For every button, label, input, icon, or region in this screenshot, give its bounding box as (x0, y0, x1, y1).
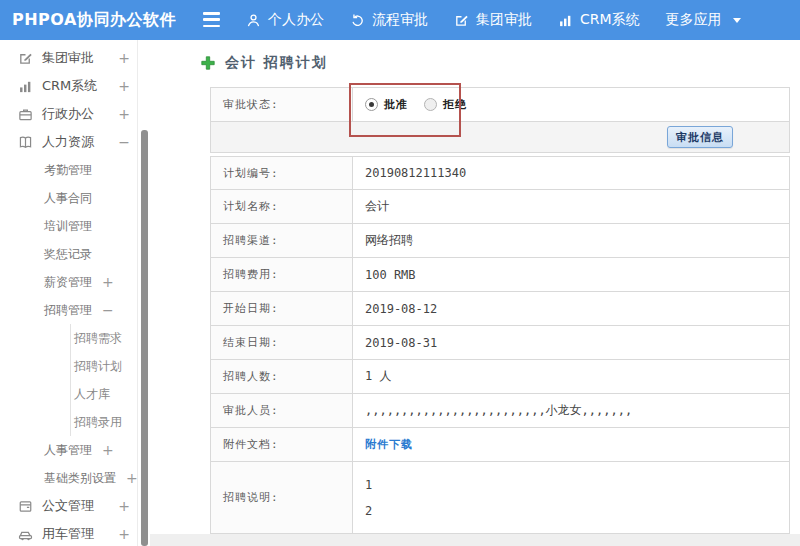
sidebar-item-label: 用车管理 (42, 525, 94, 543)
sidebar-item[interactable]: 考勤管理 (0, 156, 150, 184)
sidebar-item-label: CRM系统 (42, 77, 97, 95)
topnav-item[interactable]: CRM系统 (558, 11, 640, 29)
sidebar-item-label: 奖惩记录 (44, 246, 92, 263)
sidebar-item[interactable]: 人才库 (0, 380, 150, 408)
sidebar-item[interactable]: 用车管理+ (0, 520, 150, 546)
sidebar-item[interactable]: 招聘录用 (0, 408, 150, 436)
field-label: 审批人员: (211, 394, 353, 427)
topbar: PHPOA协同办公软件 个人办公流程审批集团审批CRM系统更多应用 (0, 0, 800, 40)
page-title-row: 会计 招聘计划 (200, 53, 328, 73)
field-value: 12 (353, 462, 789, 533)
edit-square-icon (454, 13, 469, 28)
sidebar-item-label: 行政办公 (42, 105, 94, 123)
description-line: 2 (365, 504, 372, 518)
car-icon (18, 527, 33, 542)
sidebar-item[interactable]: 招聘管理− (0, 296, 150, 324)
topnav-item[interactable]: 个人办公 (246, 11, 324, 29)
plus-icon[interactable]: + (118, 50, 130, 66)
topnav-item-label: 流程审批 (372, 11, 428, 29)
field-label: 招聘费用: (211, 258, 353, 291)
sidebar-item[interactable]: 招聘计划 (0, 352, 150, 380)
menu-toggle-button[interactable] (203, 12, 220, 27)
sidebar-divider (137, 40, 138, 546)
plus-icon[interactable]: + (102, 274, 114, 290)
hamburger-icon (203, 12, 220, 15)
field-row: 招聘费用:100 RMB (210, 258, 790, 292)
sidebar-item-label: 招聘录用 (74, 414, 122, 431)
plus-icon[interactable]: + (118, 78, 130, 94)
sidebar-item[interactable]: 人力资源− (0, 128, 150, 156)
field-value: 20190812111340 (353, 157, 789, 189)
sidebar-item[interactable]: 薪资管理+ (0, 268, 150, 296)
minus-icon[interactable]: − (102, 302, 114, 318)
topnav-item-label: 集团审批 (476, 11, 532, 29)
field-label: 附件文档: (211, 428, 353, 461)
briefcase-icon (18, 107, 33, 122)
document-icon (18, 499, 33, 514)
radio-selected-icon[interactable] (365, 98, 378, 111)
radio-option[interactable]: 拒绝 (424, 97, 467, 112)
sidebar-item-label: 人才库 (74, 386, 110, 403)
field-value: 1 人 (353, 360, 789, 393)
field-row: 计划名称:会计 (210, 190, 790, 224)
sidebar-item[interactable]: CRM系统+ (0, 72, 150, 100)
sidebar-item-label: 招聘计划 (74, 358, 122, 375)
field-value: 网络招聘 (353, 224, 789, 257)
sidebar-item-label: 公文管理 (42, 497, 94, 515)
plus-icon[interactable]: + (118, 106, 130, 122)
sidebar-item[interactable]: 基础类别设置+ (0, 464, 150, 492)
topnav-item[interactable]: 流程审批 (350, 11, 428, 29)
sidebar-item[interactable]: 公文管理+ (0, 492, 150, 520)
topnav-item[interactable]: 更多应用 (666, 11, 741, 29)
field-row: 招聘渠道:网络招聘 (210, 224, 790, 258)
field-label: 招聘人数: (211, 360, 353, 393)
minus-icon[interactable]: − (118, 134, 130, 150)
bar-chart-icon (558, 13, 573, 28)
plus-icon[interactable]: + (118, 526, 130, 542)
plus-icon[interactable]: + (126, 470, 138, 486)
topnav: 个人办公流程审批集团审批CRM系统更多应用 (246, 0, 741, 40)
sidebar-item-label: 培训管理 (44, 218, 92, 235)
radio-unselected-icon[interactable] (424, 98, 437, 111)
sidebar-item-label: 人力资源 (42, 133, 94, 151)
radio-group: 批准拒绝 (353, 88, 789, 121)
field-row: 结束日期:2019-08-31 (210, 326, 790, 360)
description-line: 1 (365, 478, 372, 492)
main-content: 会计 招聘计划 审批状态: 批准拒绝 审批信息 计划编号:20190812111… (150, 40, 800, 546)
sidebar-item-label: 集团审批 (42, 49, 94, 67)
caret-down-icon (733, 18, 741, 27)
sidebar-scrollbar[interactable] (141, 130, 148, 546)
attachment-download-link[interactable]: 附件下载 (365, 437, 413, 452)
topnav-item[interactable]: 集团审批 (454, 11, 532, 29)
topnav-item-label: 个人办公 (268, 11, 324, 29)
field-row: 招聘说明:12 (210, 462, 790, 534)
sidebar-item[interactable]: 奖惩记录 (0, 240, 150, 268)
radio-label: 批准 (384, 97, 408, 112)
status-row: 审批状态: 批准拒绝 (210, 87, 790, 122)
add-icon (200, 55, 216, 71)
radio-option[interactable]: 批准 (365, 97, 408, 112)
sidebar-item-label: 考勤管理 (44, 162, 92, 179)
sidebar-item[interactable]: 人事合同 (0, 184, 150, 212)
process-icon (350, 13, 365, 28)
approval-info-button[interactable]: 审批信息 (667, 126, 733, 148)
sidebar-item-label: 人事管理 (44, 442, 92, 459)
field-value: ,,,,,,,,,,,,,,,,,,,,,,,,,小龙女,,,,,,, (353, 394, 789, 427)
field-row: 招聘人数:1 人 (210, 360, 790, 394)
field-label: 招聘渠道: (211, 224, 353, 257)
field-value: 2019-08-12 (353, 292, 789, 325)
plus-icon[interactable]: + (118, 498, 130, 514)
radio-label: 拒绝 (443, 97, 467, 112)
topnav-item-label: 更多应用 (666, 11, 722, 29)
field-value: 附件下载 (353, 428, 789, 461)
field-label: 审批状态: (211, 88, 353, 121)
sidebar-item[interactable]: 招聘需求 (0, 324, 150, 352)
sidebar-item[interactable]: 行政办公+ (0, 100, 150, 128)
plus-icon[interactable]: + (102, 442, 114, 458)
sidebar-item[interactable]: 培训管理 (0, 212, 150, 240)
sidebar-item[interactable]: 人事管理+ (0, 436, 150, 464)
field-value: 会计 (353, 190, 789, 223)
topnav-item-label: CRM系统 (580, 11, 640, 29)
sidebar-item[interactable]: 集团审批+ (0, 44, 150, 72)
field-label: 计划名称: (211, 190, 353, 223)
